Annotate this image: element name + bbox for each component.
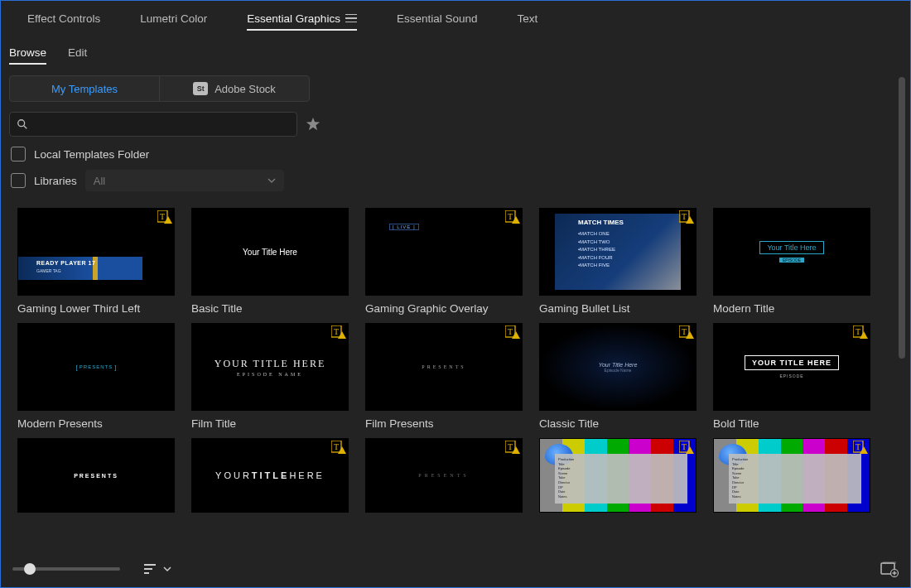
template-card[interactable]: PRESENTS T Film Presents: [365, 323, 523, 430]
svg-marker-14: [338, 331, 346, 339]
svg-text:T: T: [682, 327, 687, 336]
svg-text:T: T: [856, 442, 860, 451]
template-thumbnail[interactable]: ProductionTitleEpisodeSceneTakeDirectorD…: [539, 438, 697, 513]
template-card[interactable]: Your Title HereEpisode Name T Classic Ti…: [539, 323, 697, 430]
template-thumbnail[interactable]: PRESENTS: [17, 323, 175, 411]
template-thumbnail[interactable]: Your Title Here: [191, 208, 349, 296]
missing-font-warning-icon: T: [505, 210, 520, 224]
template-card[interactable]: [ LIVE ] T Gaming Graphic Overlay: [365, 208, 523, 315]
tab-essential-graphics[interactable]: Essential Graphics: [227, 1, 377, 36]
template-thumbnail[interactable]: READY PLAYER 17GAMER TAG T: [17, 208, 175, 296]
template-card[interactable]: YOUR TITLE HEREEPISODE T Bold Title: [713, 323, 870, 430]
zoom-slider[interactable]: [12, 567, 120, 571]
missing-font-warning-icon: T: [157, 210, 172, 224]
missing-font-warning-icon: T: [505, 441, 520, 454]
template-thumbnail[interactable]: YOUR TITLE HEREEPISODE T: [713, 323, 870, 411]
svg-marker-2: [306, 118, 320, 130]
missing-font-warning-icon: T: [679, 210, 694, 224]
template-name: Film Presents: [365, 417, 523, 430]
scroll-thumb[interactable]: [899, 77, 905, 359]
missing-font-warning-icon: T: [679, 441, 694, 454]
subtab-edit[interactable]: Edit: [68, 46, 87, 64]
template-thumbnail[interactable]: YOUR TITLE HEREEPISODE NAME T: [191, 323, 349, 411]
local-templates-checkbox[interactable]: [11, 147, 26, 161]
source-segment: My Templates St Adobe Stock: [1, 69, 910, 107]
chevron-down-icon: [268, 176, 276, 185]
template-card[interactable]: PRESENTSBold Presents: [17, 438, 175, 513]
template-card[interactable]: ProductionTitleEpisodeSceneTakeDirectorD…: [713, 438, 870, 513]
svg-text:T: T: [508, 212, 513, 221]
missing-font-warning-icon: T: [331, 441, 346, 454]
search-box[interactable]: [9, 112, 297, 137]
missing-font-warning-icon: T: [853, 441, 868, 454]
vertical-scrollbar[interactable]: [897, 77, 905, 571]
panel-menu-icon[interactable]: [345, 14, 357, 23]
svg-marker-29: [512, 446, 520, 454]
zoom-knob[interactable]: [24, 563, 36, 575]
tab-label: Essential Sound: [397, 12, 478, 25]
template-card[interactable]: Your Title HereBasic Title: [191, 208, 349, 315]
search-icon: [17, 118, 28, 130]
template-thumbnail[interactable]: YOUR TITLE HERE T: [191, 438, 349, 513]
tab-text[interactable]: Text: [497, 1, 557, 36]
adobe-stock-icon: St: [193, 82, 208, 95]
template-name: Gaming Lower Third Left: [17, 302, 175, 315]
template-thumbnail[interactable]: Your Title HereEpisode Name T: [539, 323, 697, 411]
template-card[interactable]: Your Title HereEPISODEModern Title: [713, 208, 870, 315]
template-card[interactable]: YOUR TITLE HERE T Bold Your Title: [191, 438, 349, 513]
dropdown-value: All: [94, 175, 105, 187]
template-name: Bold Title: [713, 417, 870, 430]
template-card[interactable]: PRESENTSModern Presents: [17, 323, 175, 430]
template-card[interactable]: YOUR TITLE HEREEPISODE NAME T Film Title: [191, 323, 349, 430]
svg-text:T: T: [160, 212, 165, 221]
libraries-checkbox[interactable]: [11, 173, 26, 188]
svg-line-1: [24, 126, 27, 129]
template-thumbnail[interactable]: Your Title HereEPISODE: [713, 208, 870, 296]
chevron-down-icon: [163, 565, 171, 573]
template-thumbnail[interactable]: PRESENTS T: [365, 438, 523, 513]
libraries-dropdown[interactable]: All: [85, 170, 284, 191]
missing-font-warning-icon: T: [853, 325, 868, 339]
svg-point-0: [18, 120, 25, 127]
svg-text:T: T: [682, 442, 687, 451]
tab-label: Text: [517, 12, 537, 25]
svg-text:T: T: [856, 327, 860, 336]
panel-body: Browse Edit My Templates St Adobe Stock …: [1, 36, 910, 587]
template-card[interactable]: PRESENTS T Film Presents 2: [365, 438, 523, 513]
source-adobe-stock[interactable]: St Adobe Stock: [159, 75, 310, 102]
local-templates-row: Local Templates Folder: [1, 142, 910, 166]
subtab-browse[interactable]: Browse: [9, 46, 46, 64]
svg-marker-32: [686, 446, 694, 454]
svg-marker-26: [338, 446, 346, 454]
tab-lumetri-color[interactable]: Lumetri Color: [120, 1, 227, 36]
template-card[interactable]: READY PLAYER 17GAMER TAG T Gaming Lower …: [17, 208, 175, 315]
tab-effect-controls[interactable]: Effect Controls: [7, 1, 120, 36]
search-row: [1, 107, 910, 142]
essential-graphics-panel: Effect Controls Lumetri Color Essential …: [0, 0, 911, 588]
favorites-star-icon[interactable]: [306, 117, 321, 132]
template-name: Film Title: [191, 417, 349, 430]
seg-label: Adobe Stock: [214, 83, 276, 95]
template-card[interactable]: ProductionTitleEpisodeSceneTakeDirectorD…: [539, 438, 697, 513]
sort-button[interactable]: [143, 562, 171, 576]
new-item-button[interactable]: [880, 561, 899, 577]
template-card[interactable]: MATCH TIMES•MATCH ONE•MATCH TWO•MATCH TH…: [539, 208, 697, 315]
template-thumbnail[interactable]: PRESENTS T: [365, 323, 523, 411]
template-thumbnail[interactable]: MATCH TIMES•MATCH ONE•MATCH TWO•MATCH TH…: [539, 208, 697, 296]
template-thumbnail[interactable]: [ LIVE ] T: [365, 208, 523, 296]
search-input[interactable]: [33, 118, 290, 132]
svg-marker-8: [512, 216, 520, 224]
libraries-label: Libraries: [34, 175, 77, 187]
source-my-templates[interactable]: My Templates: [9, 75, 160, 102]
svg-marker-20: [686, 331, 694, 339]
template-thumbnail[interactable]: PRESENTS: [17, 438, 175, 513]
svg-text:T: T: [508, 442, 513, 451]
missing-font-warning-icon: T: [679, 325, 694, 339]
panel-subtabs: Browse Edit: [1, 36, 910, 69]
template-name: Classic Title: [539, 417, 697, 430]
svg-marker-35: [860, 446, 868, 454]
tab-essential-sound[interactable]: Essential Sound: [377, 1, 498, 36]
subtab-label: Edit: [68, 46, 87, 59]
template-thumbnail[interactable]: ProductionTitleEpisodeSceneTakeDirectorD…: [713, 438, 870, 513]
sort-icon: [143, 562, 158, 576]
